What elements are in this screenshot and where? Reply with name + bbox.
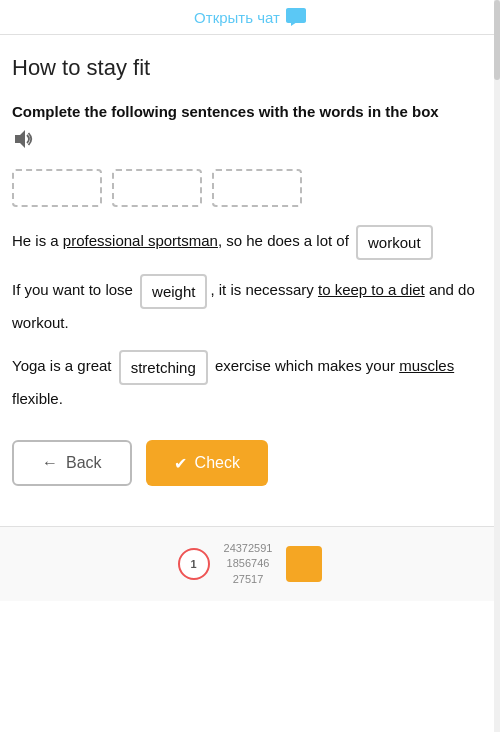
sentence-1-filled[interactable]: workout: [356, 225, 433, 260]
sentence-2-underlined: to keep to a diet: [318, 281, 425, 298]
page-title: How to stay fit: [12, 55, 480, 81]
check-label: Check: [195, 454, 240, 472]
sentence-1-before: He is a: [12, 232, 63, 249]
sentence-3-filled[interactable]: stretching: [119, 350, 208, 385]
footer-stats: 24372591185674627517: [224, 542, 273, 585]
footer-numbers: 24372591185674627517: [224, 541, 273, 587]
sentence-2-filled[interactable]: weight: [140, 274, 207, 309]
sentence-3: Yoga is a great stretching exercise whic…: [12, 350, 480, 412]
chat-icon: [286, 8, 306, 26]
main-content: How to stay fit Complete the following s…: [0, 35, 500, 526]
sentence-3-middle: exercise which makes your: [211, 357, 399, 374]
sentence-2-middle: , it is necessary: [210, 281, 318, 298]
speaker-icon: [12, 128, 34, 150]
open-chat-label: Открыть чат: [194, 9, 280, 26]
back-arrow-icon: ←: [42, 454, 58, 472]
word-box-1[interactable]: [12, 169, 102, 207]
sentence-2-before: If you want to lose: [12, 281, 137, 298]
open-chat-link[interactable]: Открыть чат: [194, 8, 306, 26]
buttons-row: ← Back ✔ Check: [12, 440, 480, 486]
instruction: Complete the following sentences with th…: [12, 101, 480, 122]
check-button[interactable]: ✔ Check: [146, 440, 268, 486]
sentence-1-middle: , so he does a lot of: [218, 232, 353, 249]
sentence-3-underlined: muscles: [399, 357, 454, 374]
word-box-3[interactable]: [212, 169, 302, 207]
sentence-1-underlined: professional sportsman: [63, 232, 218, 249]
sentence-2: If you want to lose weight, it is necess…: [12, 274, 480, 336]
scrollbar-thumb[interactable]: [494, 0, 500, 80]
back-button[interactable]: ← Back: [12, 440, 132, 486]
check-icon: ✔: [174, 454, 187, 473]
sentence-3-before: Yoga is a great: [12, 357, 116, 374]
word-boxes: [12, 169, 480, 207]
sentence-3-after: flexible.: [12, 390, 63, 407]
sentence-1: He is a professional sportsman, so he do…: [12, 225, 480, 260]
back-label: Back: [66, 454, 102, 472]
footer-bar: 1 24372591185674627517: [0, 526, 500, 601]
audio-button[interactable]: [12, 128, 34, 155]
footer-circle: 1: [178, 548, 210, 580]
top-bar: Открыть чат: [0, 0, 500, 35]
word-box-2[interactable]: [112, 169, 202, 207]
footer-orange-button[interactable]: [286, 546, 322, 582]
footer-circle-number: 1: [190, 558, 196, 570]
svg-marker-0: [15, 130, 25, 148]
scrollbar[interactable]: [494, 0, 500, 732]
